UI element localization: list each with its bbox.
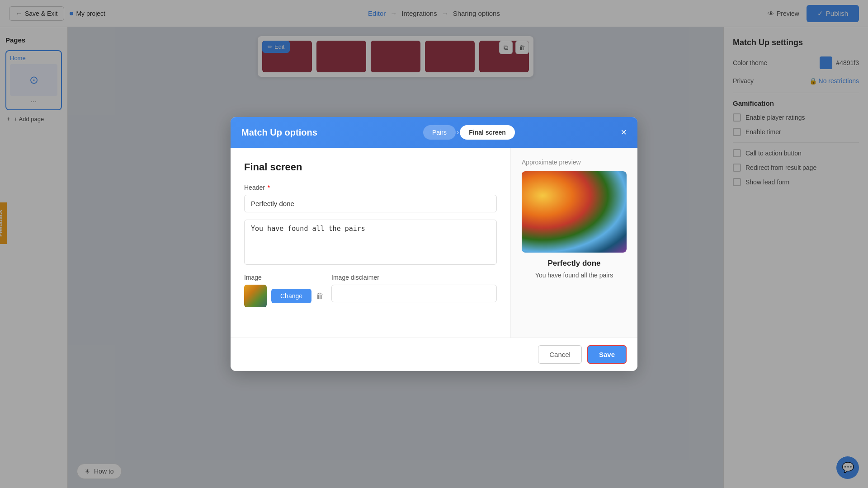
tab-pairs[interactable]: Pairs <box>423 125 456 140</box>
change-image-button[interactable]: Change <box>271 289 311 303</box>
preview-image-inner <box>522 171 627 253</box>
image-label: Image <box>244 274 324 281</box>
modal-body: Final screen Header * Image <box>231 148 637 338</box>
header-input[interactable] <box>244 195 497 212</box>
image-section: Image Change 🗑 <box>244 274 324 307</box>
final-screen-title: Final screen <box>244 161 497 173</box>
image-disclaimer-section: Image disclaimer <box>331 274 497 302</box>
match-up-options-modal: Match Up options Pairs › Final screen × … <box>231 117 637 371</box>
preview-image <box>522 171 627 253</box>
modal-close-button[interactable]: × <box>621 127 627 137</box>
required-indicator: * <box>268 184 270 191</box>
image-thumbnail <box>244 285 267 307</box>
tab-chevron-icon: › <box>457 128 459 136</box>
delete-image-button[interactable]: 🗑 <box>316 291 324 301</box>
cancel-button[interactable]: Cancel <box>538 345 582 364</box>
tab-final-screen[interactable]: Final screen <box>460 125 515 140</box>
save-button[interactable]: Save <box>587 345 627 364</box>
modal-footer: Cancel Save <box>231 338 637 371</box>
preview-body-text: You have found all the pairs <box>522 272 627 279</box>
modal-right-panel: Approximate preview Perfectly done You h… <box>511 148 637 338</box>
modal-left-panel: Final screen Header * Image <box>231 148 511 338</box>
modal-tabs: Pairs › Final screen <box>423 125 515 140</box>
modal-overlay: Match Up options Pairs › Final screen × … <box>0 0 868 488</box>
modal-title: Match Up options <box>241 127 317 138</box>
preview-heading: Perfectly done <box>522 259 627 268</box>
image-disclaimer-label: Image disclaimer <box>331 274 497 281</box>
modal-header: Match Up options Pairs › Final screen × <box>231 117 637 148</box>
image-thumb-inner <box>244 285 267 307</box>
image-disclaimer-input[interactable] <box>331 285 497 302</box>
body-text-input[interactable] <box>244 220 497 265</box>
header-field-label: Header * <box>244 184 497 191</box>
preview-title: Approximate preview <box>522 159 627 166</box>
